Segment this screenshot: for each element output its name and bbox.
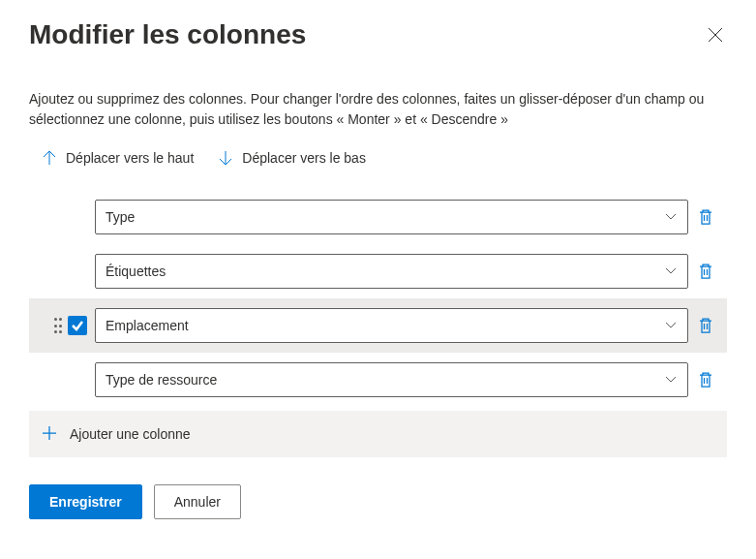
row-checkbox[interactable]: [68, 316, 87, 335]
close-button[interactable]: [704, 23, 727, 47]
arrow-up-icon: [41, 149, 58, 167]
column-select-label: Emplacement: [106, 318, 189, 333]
column-row: Étiquettes: [29, 244, 727, 298]
move-down-button[interactable]: Déplacer vers le bas: [217, 149, 366, 167]
dialog-title: Modifier les colonnes: [29, 19, 306, 50]
chevron-down-icon: [664, 318, 678, 334]
delete-column-button[interactable]: [688, 263, 723, 280]
delete-column-button[interactable]: [688, 371, 723, 388]
trash-icon: [697, 371, 714, 388]
trash-icon: [697, 263, 714, 280]
save-button[interactable]: Enregistrer: [29, 484, 142, 519]
column-row: Type: [29, 190, 727, 244]
column-select-label: Type: [106, 209, 135, 225]
column-row: Emplacement: [29, 298, 727, 353]
cancel-button[interactable]: Annuler: [154, 484, 241, 519]
dialog-description: Ajoutez ou supprimez des colonnes. Pour …: [29, 89, 727, 130]
column-select[interactable]: Type: [95, 200, 688, 234]
plus-icon: [41, 424, 58, 445]
chevron-down-icon: [664, 209, 678, 226]
column-list: Type Étiquettes Emplacement: [29, 190, 727, 407]
column-select-label: Type de ressource: [106, 372, 217, 388]
trash-icon: [697, 208, 714, 226]
column-row: Type de ressource: [29, 353, 727, 407]
column-select[interactable]: Type de ressource: [95, 362, 688, 397]
column-select[interactable]: Emplacement: [95, 308, 688, 343]
move-up-label: Déplacer vers le haut: [66, 150, 194, 166]
chevron-down-icon: [664, 264, 678, 280]
drag-handle[interactable]: [54, 318, 62, 333]
delete-column-button[interactable]: [688, 208, 723, 226]
column-select-label: Étiquettes: [106, 264, 166, 279]
move-up-button[interactable]: Déplacer vers le haut: [41, 149, 194, 167]
arrow-down-icon: [217, 149, 234, 167]
add-column-label: Ajouter une colonne: [70, 426, 191, 442]
close-icon: [707, 26, 724, 44]
delete-column-button[interactable]: [688, 317, 723, 334]
chevron-down-icon: [664, 372, 678, 388]
checkmark-icon: [71, 319, 84, 332]
add-column-button[interactable]: Ajouter une colonne: [29, 411, 727, 457]
move-down-label: Déplacer vers le bas: [242, 150, 366, 166]
trash-icon: [697, 317, 714, 334]
column-select[interactable]: Étiquettes: [95, 254, 688, 289]
